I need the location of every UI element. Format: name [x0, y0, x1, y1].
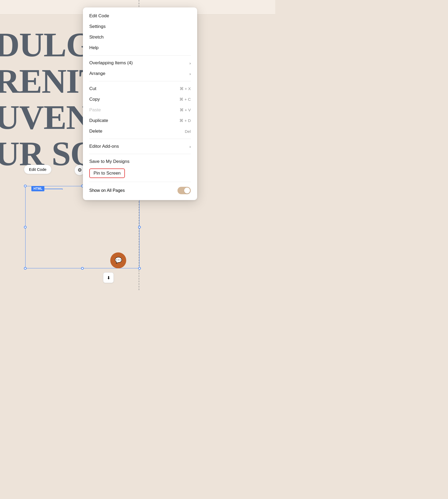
divider-2 [89, 81, 191, 81]
show-all-pages-toggle[interactable] [177, 187, 191, 194]
menu-item-help-label: Help [89, 45, 99, 50]
menu-item-copy-label: Copy [89, 97, 100, 102]
menu-item-pin-to-screen-wrapper[interactable]: Pin to Screen [83, 167, 197, 180]
menu-item-help[interactable]: Help [83, 43, 197, 53]
divider-1 [89, 55, 191, 56]
menu-item-edit-code-label: Edit Code [89, 13, 109, 19]
menu-item-overlapping[interactable]: Overlapping Items (4) › [83, 58, 197, 68]
gear-icon: ⚙ [78, 167, 82, 173]
menu-item-settings[interactable]: Settings [83, 21, 197, 32]
edit-code-button-label: Edit Code [29, 167, 47, 172]
menu-item-save-designs[interactable]: Save to My Designs [83, 156, 197, 167]
chevron-right-icon: › [189, 61, 191, 65]
context-menu: Edit Code Settings Stretch Help Overlapp… [83, 7, 197, 200]
menu-item-show-all-pages[interactable]: Show on All Pages [83, 184, 197, 197]
menu-item-paste-label: Paste [89, 107, 101, 113]
divider-5 [89, 182, 191, 182]
menu-item-pin-to-screen-label: Pin to Screen [94, 171, 121, 176]
divider-3 [89, 139, 191, 139]
download-icon: ⬇ [107, 275, 110, 280]
menu-item-cut[interactable]: Cut ⌘ + X [83, 83, 197, 94]
menu-item-delete-label: Delete [89, 129, 102, 134]
menu-item-pin-to-screen[interactable]: Pin to Screen [89, 168, 125, 178]
menu-item-edit-code[interactable]: Edit Code [83, 11, 197, 21]
html-arrow [41, 189, 62, 189]
menu-item-editor-addons-label: Editor Add-ons [89, 144, 119, 149]
menu-shortcut-delete: Del [185, 129, 191, 134]
menu-item-stretch[interactable]: Stretch [83, 32, 197, 43]
menu-item-show-all-pages-label: Show on All Pages [89, 188, 125, 193]
chat-icon: 💬 [115, 257, 122, 264]
menu-item-paste: Paste ⌘ + V [83, 105, 197, 115]
menu-item-save-designs-label: Save to My Designs [89, 159, 129, 164]
menu-item-cut-label: Cut [89, 86, 96, 91]
menu-shortcut-cut: ⌘ + X [180, 86, 191, 91]
menu-item-stretch-label: Stretch [89, 35, 104, 40]
menu-item-delete[interactable]: Delete Del [83, 126, 197, 137]
menu-shortcut-copy: ⌘ + C [179, 97, 191, 102]
edit-code-floating-button[interactable]: Edit Code [24, 165, 52, 174]
menu-item-overlapping-label: Overlapping Items (4) [89, 60, 133, 66]
menu-shortcut-duplicate: ⌘ + D [179, 118, 191, 123]
chat-icon-circle: 💬 [110, 252, 126, 268]
menu-item-duplicate-label: Duplicate [89, 118, 108, 123]
menu-item-arrange[interactable]: Arrange › [83, 68, 197, 79]
menu-shortcut-paste: ⌘ + V [180, 108, 191, 112]
menu-item-duplicate[interactable]: Duplicate ⌘ + D [83, 115, 197, 126]
divider-4 [89, 154, 191, 154]
menu-item-editor-addons[interactable]: Editor Add-ons › [83, 141, 197, 152]
menu-item-copy[interactable]: Copy ⌘ + C [83, 94, 197, 105]
menu-item-settings-label: Settings [89, 24, 105, 29]
chevron-right-icon: › [189, 144, 191, 149]
menu-item-arrange-label: Arrange [89, 71, 105, 76]
download-icon-button[interactable]: ⬇ [103, 272, 114, 283]
chevron-right-icon: › [189, 71, 191, 76]
